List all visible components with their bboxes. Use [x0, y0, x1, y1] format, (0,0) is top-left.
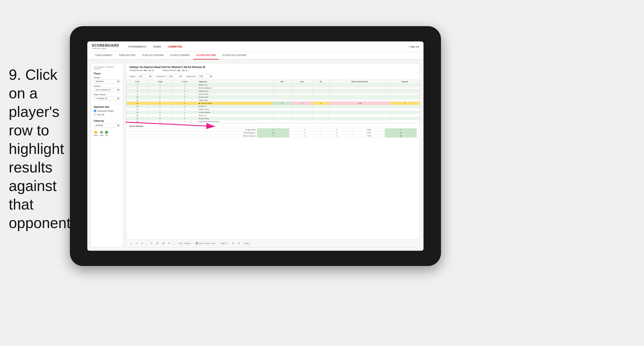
table-row[interactable]: 1585Stella Chang [126, 108, 420, 111]
grid-title: Katelyn Vo Head-to-Head Grid for Women's… [130, 66, 417, 69]
table-cell: 11 [148, 120, 172, 123]
table-cell [329, 83, 390, 87]
division-record: 331 - 34 - 6 [177, 69, 187, 71]
table-row[interactable]: 1312▶ Jessica Huang010-3.002 [126, 102, 420, 105]
table-cell: 2 [172, 87, 198, 90]
table-cell: 1 [148, 99, 172, 102]
table-cell: Sydney Kuo [198, 90, 273, 93]
tab-player-summary[interactable]: PLAYER SUMMARY [167, 52, 193, 59]
tablet-screen: SCOREBOARD Powered by clippd TOURNAMENTS… [87, 41, 424, 251]
h2h-table: # Div # Reg # Conf Opponent Win Loss Tie… [126, 80, 420, 123]
table-row[interactable]: 1063Andrea York [126, 96, 420, 99]
nav-teams[interactable]: TEAMS [153, 44, 161, 49]
table-cell [312, 117, 329, 120]
table-cell [312, 83, 329, 87]
conference-filter-label: Conference [156, 75, 166, 77]
table-cell [390, 99, 420, 102]
toolbar-icon2[interactable]: ⊟ [237, 241, 241, 245]
table-cell: 5 [172, 108, 198, 111]
division-select[interactable]: NCAA Division III [94, 88, 120, 92]
table-cell [390, 111, 420, 114]
gender-select[interactable]: Women's [94, 79, 120, 83]
radio-top100-input[interactable] [94, 113, 96, 116]
table-cell: 0 [312, 102, 329, 105]
table-header-row: # Div # Reg # Conf Opponent Win Loss Tie… [126, 80, 420, 83]
table-cell: 1 [172, 111, 198, 114]
radio-opponents-played-input[interactable] [94, 109, 96, 112]
table-cell [312, 93, 329, 96]
table-row[interactable]: 1474Eunice Yi [126, 105, 420, 108]
table-cell: 2 [148, 114, 172, 117]
region-filter-select[interactable]: (All) [137, 74, 152, 78]
table-cell: 10 [126, 96, 148, 99]
table-cell [292, 111, 313, 114]
annotation-number: 9. [9, 66, 21, 83]
logo-area: SCOREBOARD Powered by clippd [92, 44, 119, 49]
table-cell: 9 [148, 111, 172, 114]
out-table-cell: 9.267 [353, 132, 385, 135]
tab-team-h2h-grid[interactable]: TEAM H2H GRID [116, 52, 139, 59]
select-btn[interactable]: ⊞ [162, 241, 166, 245]
table-row[interactable]: 522Alexis Sudjianto [126, 87, 420, 90]
nav-committee[interactable]: COMMITTEE [168, 44, 182, 49]
player-rank-select[interactable]: 8. Katelyn Vo [94, 96, 120, 100]
table-cell: Alexis Sudjianto [198, 87, 273, 90]
out-table-cell: NCAA Division 2 [130, 135, 257, 138]
out-table-cell: 0 [289, 135, 321, 138]
table-row[interactable]: 1822Euna Lee [126, 114, 420, 117]
tab-team-h2h-heatmap[interactable]: TEAM H2H HEATMAP [139, 52, 167, 59]
tablet-frame: SCOREBOARD Powered by clippd TOURNAMENTS… [70, 26, 441, 266]
undo-btn[interactable]: ↩ [129, 241, 133, 245]
table-cell: 10 [148, 117, 172, 120]
copy-btn[interactable]: ⎘ [150, 241, 153, 245]
tab-team-summary[interactable]: TEAM SUMMARY [92, 52, 116, 59]
redo-btn[interactable]: ↪ [135, 241, 138, 245]
out-table-row: NAIA Division 115009.26730 [130, 132, 417, 135]
share-btn[interactable]: Share [242, 242, 251, 245]
table-row[interactable]: 20117Federica Domecq Lacroze [126, 120, 420, 123]
out-table-cell: 0 [289, 132, 321, 135]
legend-row: Down Level Up [94, 131, 120, 136]
table-cell: 13 [126, 102, 148, 105]
table-row[interactable]: 613Sydney Kuo [126, 90, 420, 93]
colour-by-select[interactable]: Win/loss [94, 123, 120, 127]
toolbar-icon1[interactable]: ⊡ [231, 241, 235, 245]
watch-btn[interactable]: Watch ▾ [219, 242, 230, 245]
table-row[interactable]: 1311Haejo Hyun [126, 99, 420, 102]
opponent-filter-select[interactable]: (All) [198, 74, 213, 78]
table-row[interactable]: 1691Jessica Mason [126, 111, 420, 114]
tab-player-h2h-grid[interactable]: PLAYER H2H GRID [193, 52, 219, 59]
table-cell [312, 114, 329, 117]
table-cell [273, 99, 291, 102]
out-table-cell: 2 [385, 128, 416, 132]
table-row[interactable]: 914Sharon Mun [126, 93, 420, 96]
table-row[interactable]: 19106Emily Chang [126, 117, 420, 120]
out-table-cell: Foreign Team [130, 128, 257, 132]
table-cell [273, 87, 291, 90]
refresh-btn[interactable]: ⟳ [167, 241, 171, 245]
save-icon: 💾 [196, 242, 198, 244]
region-filter-group: Region (All) [130, 74, 152, 78]
radio-top100: Top 100 [94, 113, 120, 116]
history-btn[interactable]: ⟳ [140, 241, 144, 245]
table-cell: 5 [126, 87, 148, 90]
table-row[interactable]: 311Esther Lee [126, 83, 420, 87]
conference-filter-select[interactable]: (All) [167, 74, 182, 78]
table-cell: 16 [126, 111, 148, 114]
nav-tournaments[interactable]: TOURNAMENTS [128, 44, 146, 49]
view-original-btn[interactable]: View: Original [176, 242, 192, 245]
table-cell: Sharon Mun [198, 93, 273, 96]
paste-btn[interactable]: 📋 [155, 241, 160, 245]
table-cell [329, 93, 390, 96]
legend-level: Level [99, 131, 104, 136]
col-win: Win [273, 80, 291, 83]
table-cell [390, 93, 420, 96]
save-custom-btn[interactable]: 💾 Save Custom View [194, 242, 217, 245]
tab-player-h2h-heatmap[interactable]: PLAYER H2H HEATMAP [219, 52, 250, 59]
table-cell [292, 114, 313, 117]
table-cell [273, 96, 291, 99]
opponent-view-title: Opponent view [94, 106, 120, 108]
sign-out-link[interactable]: Sign out [410, 45, 419, 48]
table-cell [292, 87, 313, 90]
table-cell: 6 [126, 90, 148, 93]
